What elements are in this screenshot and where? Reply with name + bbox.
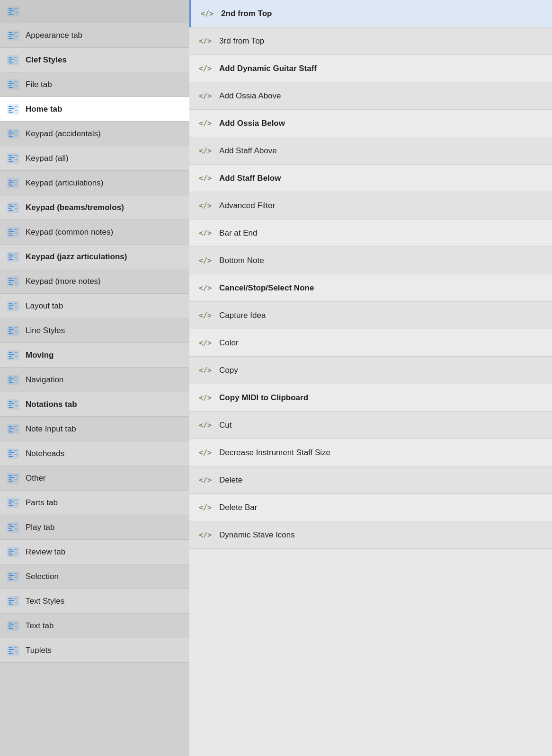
sidebar-item-clef-styles[interactable]: Clef Styles bbox=[0, 48, 189, 72]
right-item-add-ossia-below[interactable]: </>Add Ossia Below bbox=[189, 110, 552, 137]
svg-rect-26 bbox=[14, 81, 18, 82]
sidebar-item-play-tab[interactable]: Play tab bbox=[0, 515, 189, 540]
svg-rect-131 bbox=[14, 450, 18, 451]
right-panel: </>2nd from Top</>3rd from Top</>Add Dyn… bbox=[189, 0, 552, 756]
right-item-dynamic-stave-icons[interactable]: </>Dynamic Stave Icons bbox=[189, 521, 552, 549]
sidebar-item-label-parts-tab: Parts tab bbox=[26, 498, 58, 508]
sidebar-item-note-input-tab[interactable]: Note Input tab bbox=[0, 417, 189, 441]
blueprint-icon-navigation bbox=[7, 373, 20, 387]
sidebar-item-noteheads[interactable]: Noteheads bbox=[0, 441, 189, 466]
svg-rect-73 bbox=[9, 257, 11, 258]
sidebar-item-keypad-all[interactable]: Keypad (all) bbox=[0, 146, 189, 171]
sidebar-item-keypad-common-notes[interactable]: Keypad (common notes) bbox=[0, 220, 189, 245]
blueprint-icon-other bbox=[7, 472, 20, 485]
blueprint-icon-text-styles bbox=[7, 595, 20, 608]
sidebar-item-file-tab[interactable]: File tab bbox=[0, 72, 189, 97]
sidebar-item-review-tab[interactable]: Review tab bbox=[0, 540, 189, 564]
right-item-label-decrease-instrument-staff-size: Decrease Instrument Staff Size bbox=[219, 448, 330, 457]
code-icon-2nd-from-top: </> bbox=[201, 9, 214, 18]
svg-rect-107 bbox=[9, 378, 14, 379]
svg-rect-156 bbox=[9, 551, 14, 552]
svg-rect-169 bbox=[9, 598, 12, 599]
blueprint-icon-keypad-articulations bbox=[7, 176, 20, 190]
svg-rect-130 bbox=[9, 456, 13, 457]
svg-rect-80 bbox=[9, 282, 11, 283]
svg-rect-87 bbox=[9, 307, 11, 308]
right-item-label-advanced-filter: Advanced Filter bbox=[219, 201, 275, 211]
right-item-advanced-filter[interactable]: </>Advanced Filter bbox=[189, 192, 552, 220]
right-item-capture-idea[interactable]: </>Capture Idea bbox=[189, 302, 552, 329]
svg-rect-164 bbox=[9, 577, 11, 578]
sidebar-item-keypad-accidentals[interactable]: Keypad (accidentals) bbox=[0, 122, 189, 146]
right-item-label-cancel-stop-select-none: Cancel/Stop/Select None bbox=[219, 283, 314, 293]
svg-rect-134 bbox=[9, 475, 12, 476]
sidebar-item-moving[interactable]: Moving bbox=[0, 343, 189, 368]
svg-rect-145 bbox=[14, 500, 18, 501]
svg-rect-13 bbox=[15, 36, 18, 37]
svg-rect-46 bbox=[9, 161, 13, 162]
svg-rect-33 bbox=[14, 106, 18, 107]
sidebar-item-text-tab[interactable]: Text tab bbox=[0, 614, 189, 638]
right-item-label-add-ossia-above: Add Ossia Above bbox=[219, 91, 281, 101]
svg-rect-55 bbox=[15, 184, 18, 185]
svg-rect-74 bbox=[9, 259, 13, 260]
right-item-label-add-staff-below: Add Staff Below bbox=[219, 174, 281, 183]
right-item-add-staff-above[interactable]: </>Add Staff Above bbox=[189, 137, 552, 165]
right-item-cut[interactable]: </>Cut bbox=[189, 412, 552, 439]
right-item-3rd-from-top[interactable]: </>3rd from Top bbox=[189, 27, 552, 55]
svg-rect-159 bbox=[14, 549, 18, 550]
right-item-delete[interactable]: </>Delete bbox=[189, 466, 552, 494]
code-icon-add-dynamic-guitar-staff: </> bbox=[199, 64, 212, 73]
right-item-2nd-from-top[interactable]: </>2nd from Top bbox=[189, 0, 552, 27]
header-row[interactable] bbox=[0, 0, 189, 23]
right-item-color[interactable]: </>Color bbox=[189, 329, 552, 357]
sidebar-item-other[interactable]: Other bbox=[0, 466, 189, 491]
svg-rect-78 bbox=[9, 278, 12, 279]
sidebar-item-layout-tab[interactable]: Layout tab bbox=[0, 294, 189, 318]
blueprint-icon-layout-tab bbox=[7, 299, 20, 313]
sidebar-item-navigation[interactable]: Navigation bbox=[0, 368, 189, 392]
right-item-add-dynamic-guitar-staff[interactable]: </>Add Dynamic Guitar Staff bbox=[189, 55, 552, 82]
right-item-cancel-stop-select-none[interactable]: </>Cancel/Stop/Select None bbox=[189, 274, 552, 302]
right-item-decrease-instrument-staff-size[interactable]: </>Decrease Instrument Staff Size bbox=[189, 439, 552, 466]
sidebar-item-selection[interactable]: Selection bbox=[0, 564, 189, 589]
svg-rect-31 bbox=[9, 110, 11, 111]
sidebar-item-label-keypad-common-notes: Keypad (common notes) bbox=[26, 228, 113, 237]
sidebar-item-tuplets[interactable]: Tuplets bbox=[0, 638, 189, 663]
sidebar-item-parts-tab[interactable]: Parts tab bbox=[0, 491, 189, 515]
sidebar-item-keypad-beams-tremolos[interactable]: Keypad (beams/tremolos) bbox=[0, 195, 189, 220]
code-icon-add-ossia-below: </> bbox=[199, 119, 212, 128]
sidebar-item-keypad-more-notes[interactable]: Keypad (more notes) bbox=[0, 269, 189, 294]
svg-rect-144 bbox=[9, 505, 13, 506]
svg-rect-103 bbox=[14, 352, 18, 353]
svg-rect-170 bbox=[9, 600, 14, 601]
svg-rect-1 bbox=[9, 8, 12, 9]
sidebar-item-keypad-jazz-articulations[interactable]: Keypad (jazz articulations) bbox=[0, 245, 189, 269]
sidebar-item-line-styles[interactable]: Line Styles bbox=[0, 318, 189, 343]
right-item-add-staff-below[interactable]: </>Add Staff Below bbox=[189, 165, 552, 192]
right-item-label-delete: Delete bbox=[219, 475, 242, 485]
blueprint-icon-clef-styles bbox=[7, 53, 20, 67]
right-item-bar-at-end[interactable]: </>Bar at End bbox=[189, 220, 552, 247]
right-item-label-bottom-note: Bottom Note bbox=[219, 256, 264, 265]
sidebar-list: Appearance tab Clef Styles File tab Home… bbox=[0, 23, 189, 663]
sidebar-item-home-tab[interactable]: Home tab bbox=[0, 97, 189, 122]
right-item-add-ossia-above[interactable]: </>Add Ossia Above bbox=[189, 82, 552, 110]
svg-rect-132 bbox=[15, 454, 18, 455]
sidebar-item-keypad-articulations[interactable]: Keypad (articulations) bbox=[0, 171, 189, 195]
svg-rect-54 bbox=[14, 180, 18, 181]
sidebar-item-notations-tab[interactable]: Notations tab bbox=[0, 392, 189, 417]
right-item-label-copy: Copy bbox=[219, 366, 238, 375]
right-item-copy[interactable]: </>Copy bbox=[189, 357, 552, 384]
right-item-bottom-note[interactable]: </>Bottom Note bbox=[189, 247, 552, 274]
right-item-copy-midi-to-clipboard[interactable]: </>Copy MIDI to Clipboard bbox=[189, 384, 552, 412]
svg-rect-167 bbox=[15, 577, 18, 578]
sidebar-item-label-moving: Moving bbox=[26, 351, 54, 360]
svg-rect-90 bbox=[15, 307, 18, 308]
svg-rect-100 bbox=[9, 354, 14, 355]
right-item-delete-bar[interactable]: </>Delete Bar bbox=[189, 494, 552, 521]
svg-rect-27 bbox=[15, 85, 18, 86]
sidebar-item-appearance-tab[interactable]: Appearance tab bbox=[0, 23, 189, 48]
sidebar-item-text-styles[interactable]: Text Styles bbox=[0, 589, 189, 614]
svg-rect-72 bbox=[9, 255, 14, 256]
